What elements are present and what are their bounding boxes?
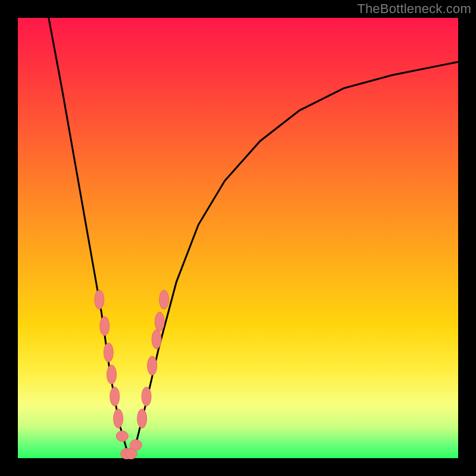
marker-point [152, 330, 161, 349]
marker-point [148, 356, 157, 375]
marker-point [137, 409, 147, 428]
marker-point [107, 365, 117, 384]
marker-point [110, 387, 120, 406]
marker-point [100, 317, 109, 336]
marker-group [95, 290, 169, 459]
marker-point [116, 431, 128, 441]
marker-point [95, 290, 104, 309]
marker-point [159, 290, 169, 309]
marker-point [142, 387, 151, 406]
marker-layer [18, 18, 458, 458]
marker-point [114, 409, 123, 428]
marker-point [155, 312, 164, 331]
marker-point [130, 440, 142, 450]
outer-frame: TheBottleneck.com [0, 0, 476, 476]
watermark-text: TheBottleneck.com [357, 1, 471, 17]
marker-point [104, 343, 113, 362]
